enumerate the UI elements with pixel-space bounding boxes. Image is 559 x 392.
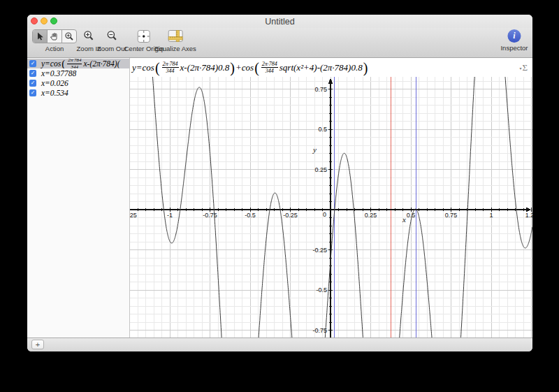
zoom-out-icon bbox=[106, 30, 118, 43]
equalize-axes-label: Equalize Axes bbox=[154, 45, 196, 52]
constant-x-lines bbox=[335, 77, 416, 337]
x-tick-label: -0.25 bbox=[283, 212, 298, 219]
equation-row-label: x=0.37788 bbox=[41, 69, 76, 78]
equalize-axes-icon bbox=[168, 29, 183, 43]
magnifier-plus-icon bbox=[64, 31, 74, 41]
equation-row-label: x=0.534 bbox=[41, 89, 68, 97]
x-axis-name: x bbox=[402, 215, 406, 224]
equation-row-label: y=cos(2π·784344x-(2π·784)( bbox=[41, 59, 120, 68]
equation-visibility-checkbox[interactable]: ✓ bbox=[29, 89, 36, 96]
bottom-bar: + bbox=[27, 337, 532, 351]
hand-icon bbox=[50, 31, 59, 41]
math-segment: x=0.026 bbox=[41, 79, 68, 87]
add-equation-button[interactable]: + bbox=[31, 340, 44, 349]
math-segment: +cos bbox=[235, 62, 254, 73]
zoom-in-icon bbox=[82, 30, 94, 43]
x-tick-label: -1.25 bbox=[130, 212, 137, 219]
equation-row[interactable]: ✓x=0.37788 bbox=[27, 68, 129, 78]
math-segment: y=cos bbox=[132, 62, 154, 73]
math-segment: ( bbox=[254, 61, 259, 75]
axes bbox=[130, 78, 532, 337]
window-title: Untitled bbox=[27, 15, 532, 29]
arrow-cursor-icon bbox=[35, 31, 45, 41]
equation-editor[interactable]: y=cos(2π·784344x-(2π·784)0.8)+cos(2π·784… bbox=[130, 58, 532, 77]
equation-row[interactable]: ✓x=0.534 bbox=[27, 88, 129, 98]
hand-tool-button[interactable] bbox=[48, 30, 62, 43]
y-axis-name: y bbox=[312, 145, 317, 154]
y-tick-label: 0.25 bbox=[314, 166, 327, 173]
center-origin-icon bbox=[137, 29, 151, 43]
math-segment: y=cos bbox=[41, 59, 61, 68]
axis-name-labels: xy bbox=[312, 145, 406, 224]
math-segment: 2π·784344 bbox=[162, 61, 179, 74]
content-area: ✓y=cos(2π·784344x-(2π·784)(✓x=0.37788✓x=… bbox=[27, 58, 532, 337]
x-tick-label: 1 bbox=[489, 212, 493, 219]
inspector-button[interactable]: i Inspector bbox=[500, 29, 528, 52]
equation-visibility-checkbox[interactable]: ✓ bbox=[29, 80, 36, 87]
zoom-loupe-tool-button[interactable] bbox=[62, 30, 76, 43]
graph-canvas[interactable]: -1.25-1-0.75-0.5-0.250.250.50.7511.25-0.… bbox=[130, 77, 532, 337]
math-segment: ) bbox=[230, 61, 235, 75]
grapher-window: Untitled bbox=[27, 15, 532, 351]
desktop: { "window": { "title": "Untitled" }, "to… bbox=[0, 0, 559, 392]
zoom-out-label: Zoom Out bbox=[97, 45, 126, 52]
equation-palette-button[interactable]: ▾ Σ bbox=[519, 62, 528, 73]
math-segment: ) bbox=[363, 61, 368, 75]
x-tick-label: 0.5 bbox=[407, 212, 416, 219]
x-tick-label: 0.25 bbox=[365, 212, 377, 219]
action-segmented-control bbox=[32, 29, 77, 43]
y-tick-label: -0.75 bbox=[312, 327, 327, 334]
x-tick-label: -0.75 bbox=[203, 212, 217, 219]
y-tick-label: -0.5 bbox=[316, 286, 327, 293]
action-tool-group: Action bbox=[32, 29, 77, 52]
function-curve bbox=[130, 77, 532, 337]
y-tick-label: 0.75 bbox=[314, 86, 327, 93]
inspector-label: Inspector bbox=[500, 44, 528, 52]
equation-row[interactable]: ✓y=cos(2π·784344x-(2π·784)( bbox=[27, 59, 129, 68]
equation-row-label: x=0.026 bbox=[41, 79, 68, 87]
math-segment: x-(2π·784)( bbox=[83, 59, 119, 68]
graph-panel: y=cos(2π·784344x-(2π·784)0.8)+cos(2π·784… bbox=[130, 58, 532, 337]
sigma-icon: Σ bbox=[522, 62, 528, 73]
equation-visibility-checkbox[interactable]: ✓ bbox=[29, 60, 36, 67]
y-tick-label: -0.25 bbox=[312, 247, 327, 254]
main-equation[interactable]: y=cos(2π·784344x-(2π·784)0.8)+cos(2π·784… bbox=[132, 61, 368, 75]
math-segment: 2π·784344 bbox=[261, 61, 278, 74]
origin-label: 0 bbox=[323, 211, 326, 218]
x-tick-label: 1.25 bbox=[525, 212, 532, 219]
equation-visibility-checkbox[interactable]: ✓ bbox=[29, 70, 36, 77]
equalize-axes-button[interactable]: Equalize Axes bbox=[154, 29, 196, 52]
chevron-down-icon: ▾ bbox=[519, 66, 521, 71]
math-segment: sqrt(x²+4)-(2π·784)0.8 bbox=[280, 62, 363, 73]
math-segment: ( bbox=[61, 59, 65, 68]
math-segment: x-(2π·784)0.8 bbox=[180, 62, 230, 73]
x-tick-label: 0.75 bbox=[445, 212, 458, 219]
equation-row[interactable]: ✓x=0.026 bbox=[27, 78, 129, 88]
arrow-cursor-tool-button[interactable] bbox=[33, 30, 48, 43]
title-bar[interactable]: Untitled bbox=[27, 15, 532, 28]
toolbar: Action Zoom In Zoom Out bbox=[27, 28, 532, 58]
equation-list-panel: ✓y=cos(2π·784344x-(2π·784)(✓x=0.37788✓x=… bbox=[27, 58, 130, 337]
zoom-out-button[interactable]: Zoom Out bbox=[97, 29, 126, 52]
inspector-icon: i bbox=[507, 29, 521, 43]
math-segment: x=0.534 bbox=[41, 89, 68, 97]
math-segment: 2π·784344 bbox=[67, 59, 82, 68]
x-tick-label: -1 bbox=[167, 212, 173, 219]
math-segment: ( bbox=[155, 61, 160, 75]
y-tick-label: 0.5 bbox=[318, 126, 327, 133]
x-tick-label: -0.5 bbox=[245, 212, 256, 219]
action-label: Action bbox=[32, 45, 77, 52]
math-segment: x=0.37788 bbox=[41, 69, 76, 78]
